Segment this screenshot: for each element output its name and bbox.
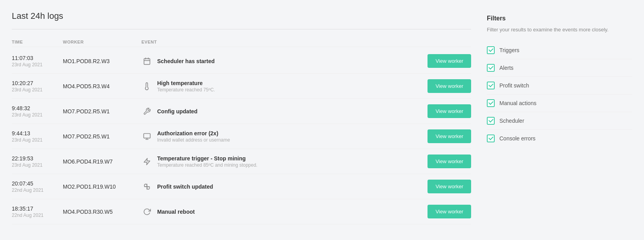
- event-cell: Authorization error (2x) Invalid wallet …: [141, 130, 427, 143]
- error-icon: [141, 131, 152, 142]
- col-header-time: TIME: [12, 40, 63, 44]
- time-main: 20:07:45: [12, 180, 63, 187]
- worker-cell: MO4.POD3.R30.W5: [63, 209, 141, 215]
- table-row: 9:44:13 23rd Aug 2021 MO7.POD2.R5.W1 Aut…: [12, 124, 471, 149]
- filter-checkbox-container[interactable]: [487, 135, 495, 142]
- event-sub: Temperature reached 85ºC and mining stop…: [157, 162, 257, 168]
- filter-item: Alerts: [487, 59, 632, 77]
- filter-label: Triggers: [499, 47, 519, 53]
- filter-item: Manual actions: [487, 95, 632, 112]
- event-name: Temperature trigger - Stop mining: [157, 155, 257, 162]
- main-content: Last 24h logs TIME WORKER EVENT 11:07:03…: [12, 11, 471, 224]
- time-main: 10:20:27: [12, 80, 63, 86]
- event-cell: Profit switch updated: [141, 181, 427, 192]
- event-name: Authorization error (2x): [157, 130, 230, 136]
- worker-cell: MO7.POD2.R5.W1: [63, 108, 141, 115]
- view-worker-button[interactable]: View worker: [427, 129, 471, 143]
- time-main: 9:44:13: [12, 130, 63, 136]
- worker-cell: MO6.POD4.R19.W7: [63, 158, 141, 165]
- filter-checkbox-container[interactable]: [487, 99, 495, 107]
- view-worker-button[interactable]: View worker: [427, 180, 471, 193]
- config-icon: [141, 106, 152, 117]
- event-text: Authorization error (2x) Invalid wallet …: [157, 130, 230, 143]
- time-main: 22:19:53: [12, 155, 63, 162]
- event-cell: Temperature trigger - Stop mining Temper…: [141, 155, 427, 168]
- table-row: 22:19:53 23rd Aug 2021 MO6.POD4.R19.W7 T…: [12, 149, 471, 174]
- table-body: 11:07:03 23rd Aug 2021 MO1.POD8.R2.W3 Sc…: [12, 49, 471, 224]
- event-text: Scheduler has started: [157, 58, 215, 64]
- time-date: 23rd Aug 2021: [12, 137, 63, 143]
- view-worker-button[interactable]: View worker: [427, 79, 471, 93]
- filter-label: Manual actions: [499, 100, 536, 106]
- sidebar: Filters Filter your results to examine t…: [487, 11, 632, 224]
- svg-point-8: [144, 184, 147, 187]
- event-text: Config updated: [157, 108, 198, 115]
- time-cell: 9:44:13 23rd Aug 2021: [12, 130, 63, 143]
- divider: [12, 29, 471, 29]
- filter-checkbox-container[interactable]: [487, 82, 495, 89]
- event-text: Manual reboot: [157, 209, 195, 215]
- worker-cell: MO1.POD8.R2.W3: [63, 58, 141, 64]
- filter-checkbox-container[interactable]: [487, 46, 495, 54]
- event-text: Temperature trigger - Stop mining Temper…: [157, 155, 257, 168]
- filters-description: Filter your results to examine the event…: [487, 26, 632, 34]
- table-row: 20:07:45 22nd Aug 2021 MO2.POD1.R19.W10 …: [12, 174, 471, 199]
- profit-icon: [141, 181, 152, 192]
- worker-cell: MO7.POD2.R5.W1: [63, 133, 141, 140]
- time-cell: 22:19:53 23rd Aug 2021: [12, 155, 63, 168]
- event-cell: Scheduler has started: [141, 56, 427, 67]
- filter-label: Alerts: [499, 65, 514, 71]
- view-worker-button[interactable]: View worker: [427, 54, 471, 68]
- view-worker-button[interactable]: View worker: [427, 155, 471, 168]
- filter-label: Console errors: [499, 135, 536, 142]
- time-main: 18:35:17: [12, 205, 63, 212]
- event-cell: Manual reboot: [141, 206, 427, 217]
- filter-item: Triggers: [487, 42, 632, 59]
- time-date: 23rd Aug 2021: [12, 87, 63, 93]
- time-cell: 10:20:27 23rd Aug 2021: [12, 80, 63, 93]
- table-row: 9:48:32 23rd Aug 2021 MO7.POD2.R5.W1 Con…: [12, 99, 471, 124]
- filter-label: Profit switch: [499, 82, 529, 89]
- view-worker-button[interactable]: View worker: [427, 104, 471, 118]
- time-date: 22nd Aug 2021: [12, 213, 63, 218]
- trigger-icon: [141, 156, 152, 167]
- filter-checkbox-container[interactable]: [487, 117, 495, 125]
- page-title: Last 24h logs: [12, 11, 471, 21]
- svg-marker-7: [144, 158, 150, 165]
- filter-item: Scheduler: [487, 112, 632, 130]
- svg-rect-0: [144, 58, 150, 64]
- reboot-icon: [141, 206, 152, 217]
- event-cell: High temperature Temperature reached 75º…: [141, 80, 427, 93]
- view-worker-button[interactable]: View worker: [427, 205, 471, 218]
- time-date: 23rd Aug 2021: [12, 62, 63, 67]
- time-cell: 9:48:32 23rd Aug 2021: [12, 105, 63, 118]
- event-name: Profit switch updated: [157, 184, 213, 190]
- svg-rect-4: [144, 133, 150, 138]
- time-main: 11:07:03: [12, 55, 63, 61]
- time-cell: 11:07:03 23rd Aug 2021: [12, 55, 63, 67]
- worker-cell: MO4.POD5.R3.W4: [63, 83, 141, 89]
- filter-item: Profit switch: [487, 77, 632, 95]
- event-text: Profit switch updated: [157, 184, 213, 190]
- event-sub: Invalid wallet address or username: [157, 137, 230, 143]
- event-text: High temperature Temperature reached 75º…: [157, 80, 215, 93]
- filters-title: Filters: [487, 15, 632, 22]
- event-name: High temperature: [157, 80, 215, 86]
- filter-item: Console errors: [487, 130, 632, 147]
- worker-cell: MO2.POD1.R19.W10: [63, 184, 141, 190]
- time-date: 23rd Aug 2021: [12, 162, 63, 168]
- col-header-event: EVENT: [141, 40, 471, 44]
- event-name: Scheduler has started: [157, 58, 215, 64]
- filter-checkbox-container[interactable]: [487, 64, 495, 72]
- event-name: Manual reboot: [157, 209, 195, 215]
- svg-point-9: [147, 187, 150, 189]
- time-date: 23rd Aug 2021: [12, 112, 63, 118]
- time-main: 9:48:32: [12, 105, 63, 111]
- col-header-worker: WORKER: [63, 40, 141, 44]
- temperature-icon: [141, 81, 152, 92]
- event-name: Config updated: [157, 108, 198, 115]
- table-row: 11:07:03 23rd Aug 2021 MO1.POD8.R2.W3 Sc…: [12, 49, 471, 74]
- time-date: 22nd Aug 2021: [12, 187, 63, 193]
- table-row: 10:20:27 23rd Aug 2021 MO4.POD5.R3.W4 Hi…: [12, 74, 471, 99]
- scheduler-icon: [141, 56, 152, 67]
